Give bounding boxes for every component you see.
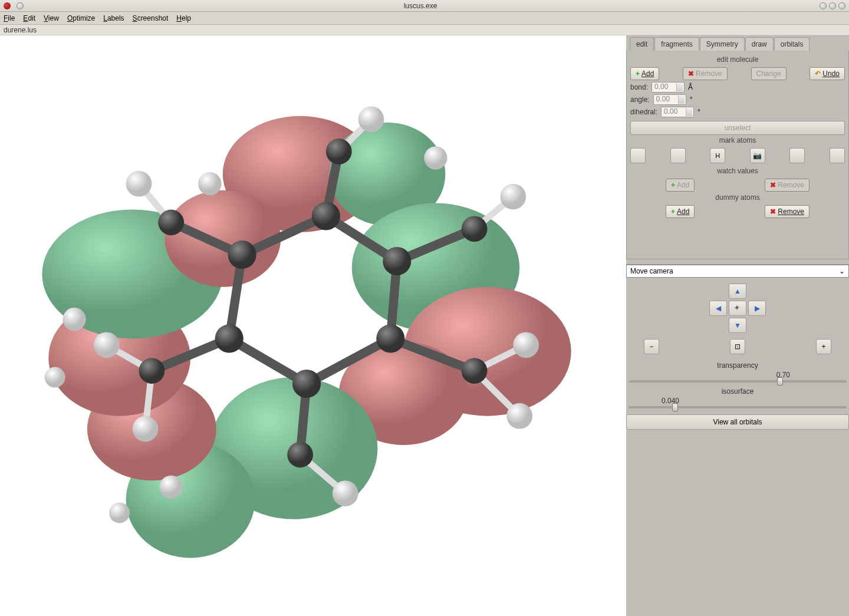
tab-draw[interactable]: draw [745,37,774,51]
svg-point-49 [126,171,152,197]
tab-orbitals[interactable]: orbitals [774,37,810,51]
dihedral-input[interactable]: 0.00 [661,107,694,117]
edit-molecule-title: edit molecule [630,55,845,64]
dihedral-label: dihedral: [630,108,657,116]
svg-point-44 [513,332,539,358]
mark-btn-2[interactable] [670,148,686,163]
dummy-add-button[interactable]: +Add [666,205,695,218]
arrow-up-icon: ▲ [734,287,741,295]
menu-edit[interactable]: Edit [23,14,35,22]
tab-strip: edit fragments Symmetry draw orbitals [626,35,849,51]
transparency-value: 0.70 [626,371,849,379]
watch-values-title: watch values [630,167,845,175]
x-icon: ✖ [688,70,694,78]
app-icon [4,2,11,9]
add-button[interactable]: +Add [630,67,659,80]
plus-icon: + [671,181,675,189]
undo-button[interactable]: ↶Undo [809,67,845,80]
dihedral-unit: ° [697,108,700,116]
unselect-button[interactable]: unselect [630,121,845,135]
center-icon [733,304,742,312]
svg-point-10 [164,190,281,287]
tab-edit[interactable]: edit [630,37,654,51]
mark-btn-6[interactable] [830,148,845,163]
menubar: File Edit View Optimize Labels Screensho… [0,12,849,25]
svg-point-51 [198,172,221,195]
menu-view[interactable]: View [44,14,59,22]
view-all-orbitals-button[interactable]: View all orbitals [626,414,849,430]
bond-label: bond: [630,83,648,91]
window-menu-icon[interactable] [17,2,24,9]
svg-point-31 [228,241,256,269]
undo-icon: ↶ [815,70,821,78]
camera-dropdown[interactable]: Move camera ⌄ [626,265,849,278]
maximize-button[interactable] [829,2,836,9]
watch-add-button: +Add [666,179,695,192]
camera-up-button[interactable]: ▲ [729,284,746,299]
x-icon: ✖ [770,207,776,216]
zoom-out-button[interactable]: − [644,339,659,354]
svg-point-53 [160,475,183,498]
tab-symmetry[interactable]: Symmetry [700,37,745,51]
filename-label: durene.lus [4,26,37,34]
menu-file[interactable]: File [4,14,15,22]
mark-btn-1[interactable] [630,148,646,163]
svg-point-45 [506,403,532,429]
menu-screenshot[interactable]: Screenshot [133,14,169,22]
camera-left-button[interactable]: ◀ [709,301,727,316]
menu-labels[interactable]: Labels [103,14,124,22]
mark-atoms-title: mark atoms [630,136,845,144]
svg-point-32 [312,202,340,230]
isosurface-thumb[interactable] [672,403,678,411]
change-button: Change [751,67,787,80]
isosurface-value: 0.040 [626,397,849,405]
mark-btn-h[interactable]: H [710,148,725,163]
mark-btn-camera[interactable]: 📷 [750,148,765,163]
svg-point-52 [62,308,85,331]
dummy-remove-button[interactable]: ✖Remove [765,205,809,218]
arrow-down-icon: ▼ [734,321,741,330]
isosurface-label: isosurface [626,387,849,396]
zoom-in-button[interactable]: + [816,339,831,354]
minimize-button[interactable] [820,2,827,9]
angle-unit: ° [690,95,693,104]
camera-center-button[interactable] [729,301,746,316]
camera-down-button[interactable]: ▼ [729,318,746,333]
svg-point-50 [358,106,384,132]
svg-point-40 [139,358,165,384]
transparency-thumb[interactable] [777,377,783,386]
svg-point-34 [376,324,404,353]
svg-point-33 [383,247,411,275]
filebar: durene.lus [0,25,849,35]
watch-remove-button: ✖Remove [765,179,809,192]
close-button[interactable] [838,2,845,9]
svg-point-39 [287,442,313,468]
transparency-label: transparency [626,361,849,370]
svg-point-48 [133,416,159,442]
side-panel: edit fragments Symmetry draw orbitals ed… [626,35,849,616]
svg-point-41 [158,210,184,236]
angle-input[interactable]: 0.00 [653,94,686,105]
camera-icon: 📷 [753,151,762,160]
svg-point-37 [462,216,488,242]
tab-fragments[interactable]: fragments [654,37,699,51]
svg-point-56 [45,367,65,388]
camera-dropdown-label: Move camera [630,267,673,275]
zoom-fit-button[interactable]: ⊡ [730,339,745,354]
camera-right-button[interactable]: ▶ [748,301,766,316]
isosurface-slider[interactable] [628,406,847,409]
svg-point-55 [109,502,130,523]
menu-help[interactable]: Help [176,14,191,22]
titlebar: luscus.exe [0,0,849,12]
arrow-left-icon: ◀ [716,304,721,312]
bond-unit: Å [688,83,693,91]
svg-point-35 [292,370,321,398]
mark-btn-5[interactable] [789,148,805,163]
plus-icon: + [636,70,640,78]
viewport-3d[interactable] [0,35,626,616]
transparency-slider[interactable] [628,380,847,383]
bond-input[interactable]: 0.00 [651,82,685,93]
arrow-right-icon: ▶ [755,304,760,312]
menu-optimize[interactable]: Optimize [67,14,95,22]
chevron-down-icon: ⌄ [839,267,845,275]
